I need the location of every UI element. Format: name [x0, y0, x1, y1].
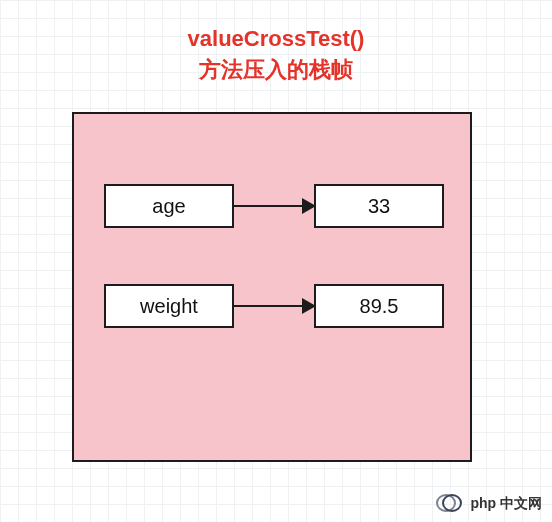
variable-value-box: 89.5 — [314, 284, 444, 328]
arrow-icon — [234, 205, 314, 207]
variable-row: weight 89.5 — [104, 284, 444, 328]
variable-name: age — [152, 195, 185, 218]
title-line-2: 方法压入的栈帧 — [0, 55, 552, 86]
watermark-text: php 中文网 — [470, 495, 542, 513]
variable-value: 89.5 — [360, 295, 399, 318]
variable-row: age 33 — [104, 184, 444, 228]
title-line-1: valueCrossTest() — [0, 24, 552, 55]
watermark: php 中文网 — [436, 494, 542, 514]
variable-value: 33 — [368, 195, 390, 218]
variable-name-box: age — [104, 184, 234, 228]
arrow-icon — [234, 305, 314, 307]
variable-value-box: 33 — [314, 184, 444, 228]
variable-name: weight — [140, 295, 198, 318]
variable-name-box: weight — [104, 284, 234, 328]
diagram-title: valueCrossTest() 方法压入的栈帧 — [0, 24, 552, 86]
stack-frame-box: age 33 weight 89.5 — [72, 112, 472, 462]
php-logo-icon — [436, 494, 464, 514]
